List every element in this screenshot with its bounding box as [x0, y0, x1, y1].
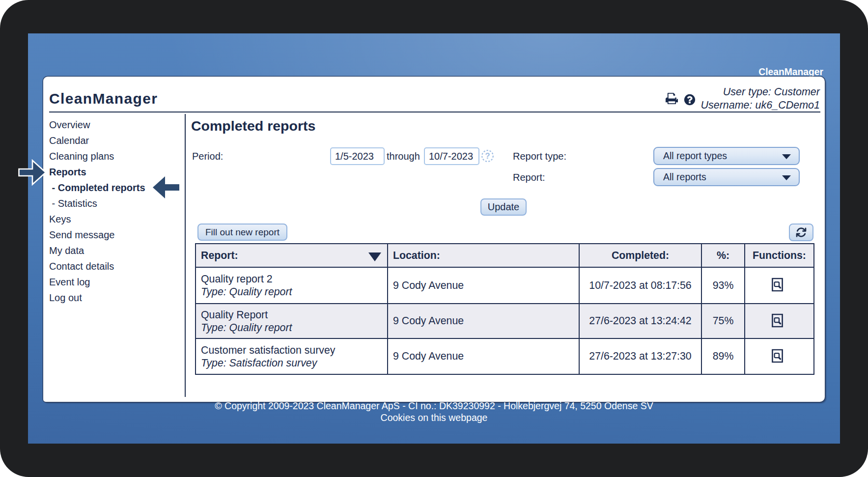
svg-text:?: ? — [485, 151, 490, 160]
